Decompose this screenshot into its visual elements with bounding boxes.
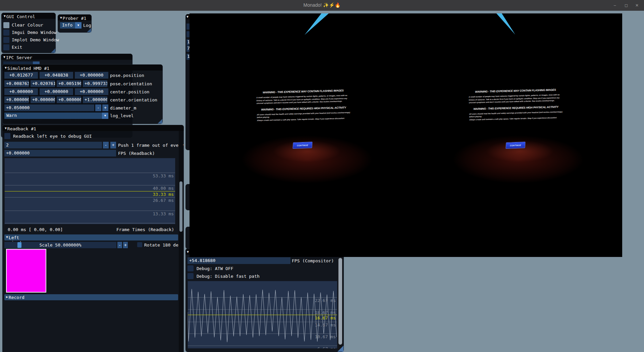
pose-position-x[interactable]: +0.012677 xyxy=(4,72,38,79)
collapse-icon[interactable]: ▼ xyxy=(60,16,62,19)
center-orientation-y[interactable]: +0.000000 xyxy=(31,96,55,103)
collapse-icon[interactable]: ▼ xyxy=(187,250,189,254)
hidden-window-sliver xyxy=(185,227,190,249)
scale-slider-text: Scale 50.000000% xyxy=(4,243,116,248)
debug-fastpath-checkbox[interactable] xyxy=(187,273,194,279)
center-orientation-z[interactable]: +0.000000 xyxy=(57,96,81,103)
exit-label: Exit xyxy=(12,45,22,50)
center-orientation-w[interactable]: +1.000000 xyxy=(83,96,107,103)
ipc-progress-fill xyxy=(33,61,40,64)
resize-grip[interactable] xyxy=(158,119,162,124)
scale-slider[interactable]: Scale 50.000000% xyxy=(4,242,116,248)
compositor-fps-value[interactable]: +54.818680 xyxy=(187,257,290,264)
gui-control-titlebar[interactable]: ▼ GUI Control xyxy=(1,13,56,19)
readback-fps-value[interactable]: +0.000000 xyxy=(4,150,116,157)
diameter-label: diameter_m xyxy=(110,105,136,111)
diameter-minus-button[interactable]: - xyxy=(95,104,101,111)
continue-button[interactable]: CONTINUE xyxy=(292,142,312,149)
maximize-button[interactable]: ◻ xyxy=(623,3,630,8)
log-level-combo[interactable]: Warn ▼ xyxy=(4,113,108,119)
chevron-down-icon[interactable]: ▼ xyxy=(75,22,82,29)
scrollbar-track[interactable] xyxy=(179,131,183,352)
compositor-frame-times-plot[interactable]: 22.67 ms18.67 ms16.67 ms14.67 ms10.67 ms… xyxy=(187,281,337,349)
pose-orientation-x[interactable]: +0.008763 xyxy=(4,80,29,87)
implot-demo-label: Implot Demo Window xyxy=(12,37,59,42)
plot-gridline xyxy=(5,173,175,173)
collapse-icon[interactable]: ▼ xyxy=(4,14,6,18)
chevron-down-icon[interactable]: ▼ xyxy=(102,113,108,119)
plot-gridline xyxy=(188,309,337,310)
push-frames-input[interactable]: 2 xyxy=(4,142,102,148)
scrollbar-track[interactable] xyxy=(338,257,343,351)
simulated-hmd-titlebar[interactable]: ▼ Simulated HMD #1 xyxy=(2,64,163,71)
window-title: Monado! ✨⚡🔥 xyxy=(0,2,644,8)
collapse-icon[interactable]: ▼ xyxy=(3,55,5,59)
collapse-icon[interactable]: ▼ xyxy=(5,66,7,70)
imgui-demo-checkbox[interactable] xyxy=(3,30,9,36)
pose-orientation-z[interactable]: +0.005190 xyxy=(57,80,81,87)
warning-activity-title: WARNING - THIS EXPERIENCE REQUIRES HIGH … xyxy=(469,105,563,111)
readback-window: ▼ Readback #1 Readback left eye to debug… xyxy=(2,125,184,352)
pose-position-label: pose.position xyxy=(110,73,144,78)
record-header[interactable]: ▶ Record xyxy=(4,294,178,300)
center-position-z[interactable]: +0.000000 xyxy=(75,88,108,95)
window-titlebar[interactable]: Monado! ✨⚡🔥 – ◻ ✕ xyxy=(0,0,644,11)
gui-control-window: ▼ GUI Control Clear Colour Imgui Demo Wi… xyxy=(1,13,56,53)
scale-minus-button[interactable]: - xyxy=(117,242,122,248)
center-position-label: center.position xyxy=(110,89,149,94)
readback-title: Readback #1 xyxy=(7,126,36,131)
exit-button[interactable] xyxy=(3,44,9,50)
combo-value: Info xyxy=(62,23,72,28)
plot-tick-label: 26.67 ms xyxy=(153,198,174,203)
prober-title: Prober #1 xyxy=(63,16,86,21)
plot-tick-label: 10.67 ms xyxy=(315,334,336,339)
minimize-button[interactable]: – xyxy=(611,3,619,8)
resize-grip[interactable] xyxy=(87,28,91,32)
readback-debug-checkbox[interactable] xyxy=(4,133,10,139)
rotate-180-checkbox[interactable] xyxy=(137,242,142,247)
scrollbar-thumb[interactable] xyxy=(338,258,342,345)
clear-colour-swatch[interactable] xyxy=(3,22,9,28)
push-frames-plus-button[interactable]: + xyxy=(110,142,116,148)
collapse-icon[interactable]: ▼ xyxy=(5,126,7,130)
resize-grip[interactable] xyxy=(51,48,55,53)
readback-frame-times-plot[interactable]: 53.33 ms40.00 ms33.33 ms26.67 ms13.33 ms… xyxy=(4,158,175,224)
pose-orientation-w[interactable]: +0.999733 xyxy=(83,80,107,87)
plot-tick-label: 16.67 ms xyxy=(315,315,336,320)
close-button[interactable]: ✕ xyxy=(633,3,641,8)
readback-titlebar[interactable]: ▼ Readback #1 xyxy=(2,125,184,131)
plot-tick-label: 40.00 ms xyxy=(153,186,174,191)
compositor-window: ▼ +54.818680 FPS (Compositor) Debug: ATW… xyxy=(185,249,344,352)
plot-tick-label: 13.33 ms xyxy=(153,211,174,216)
plot-gridline xyxy=(5,185,175,185)
center-position-y[interactable]: +0.000000 xyxy=(40,88,73,95)
pose-position-y[interactable]: +0.048838 xyxy=(40,72,73,79)
pose-position-z[interactable]: +0.000000 xyxy=(75,72,108,79)
diameter-input[interactable]: +0.050000 xyxy=(4,104,94,111)
left-view-header[interactable]: ▼ Left view! xyxy=(4,234,178,240)
plot-gridline xyxy=(5,223,175,223)
diameter-plus-button[interactable]: + xyxy=(102,104,108,111)
plot-gridline xyxy=(188,334,337,334)
implot-demo-checkbox[interactable] xyxy=(3,37,9,43)
prober-log-level-combo[interactable]: Info ▼ xyxy=(60,22,82,29)
plot-gridline xyxy=(5,197,175,197)
plot-gridline xyxy=(5,211,175,211)
scrollbar-thumb[interactable] xyxy=(179,181,182,232)
continue-button[interactable]: CONTINUE xyxy=(505,142,525,149)
prober-log-label[interactable]: Log xyxy=(83,23,91,28)
ipc-server-titlebar[interactable]: ▼ IPC Server xyxy=(1,54,132,60)
scale-plus-button[interactable]: + xyxy=(123,242,128,248)
controller-streaks xyxy=(190,13,622,257)
resize-grip[interactable] xyxy=(337,346,343,352)
center-orientation-label: center.orientation xyxy=(110,97,157,102)
center-position-x[interactable]: +0.000000 xyxy=(4,88,38,95)
center-orientation-x[interactable]: +0.000000 xyxy=(4,96,29,103)
debug-atw-checkbox[interactable] xyxy=(187,265,194,271)
prober-titlebar[interactable]: ▼ Prober #1 xyxy=(58,14,92,20)
hidden-window-sliver xyxy=(185,184,190,210)
pose-orientation-y[interactable]: +0.020761 xyxy=(31,80,55,87)
push-frames-minus-button[interactable]: - xyxy=(103,142,109,148)
record-title: Record xyxy=(9,295,24,300)
collapse-icon: ▼ xyxy=(6,235,8,239)
